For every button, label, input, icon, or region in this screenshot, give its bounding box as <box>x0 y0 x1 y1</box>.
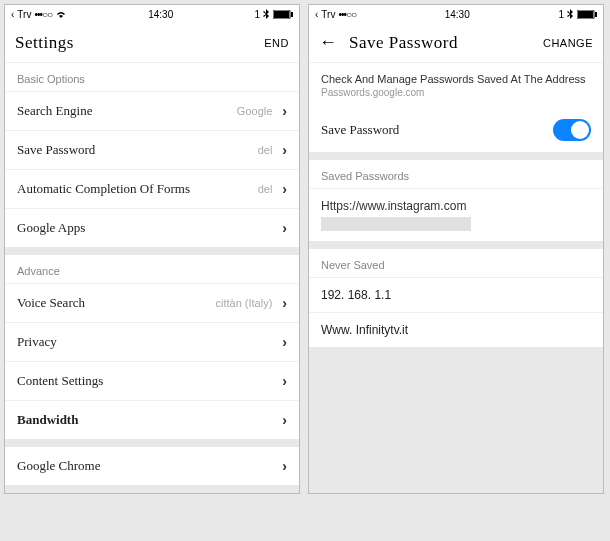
row-label: Content Settings <box>17 373 103 389</box>
save-password-header: ← Save Password CHANGE <box>309 23 603 63</box>
row-label: Bandwidth <box>17 412 78 428</box>
bt-percent: 1 <box>558 9 564 20</box>
end-button[interactable]: END <box>264 37 289 49</box>
back-chevron-icon: ‹ <box>11 9 14 20</box>
bt-percent: 1 <box>254 9 260 20</box>
row-label: Automatic Completion Of Forms <box>17 181 190 197</box>
save-password-toggle-row: Save Password <box>309 108 603 152</box>
svg-rect-2 <box>274 11 289 18</box>
row-value: del <box>258 144 273 156</box>
battery-icon <box>273 10 293 19</box>
row-label: Save Password <box>17 142 95 158</box>
passwords-link[interactable]: Passwords.google.com <box>321 87 591 98</box>
password-mask <box>321 217 471 231</box>
wifi-icon <box>55 10 67 19</box>
status-time: 14:30 <box>148 9 173 20</box>
chevron-right-icon: › <box>282 220 287 236</box>
row-label: Save Password <box>321 122 399 138</box>
google-chrome-row[interactable]: Google Chrome › <box>5 447 299 485</box>
carrier-label: Trv <box>321 9 335 20</box>
chevron-right-icon: › <box>282 412 287 428</box>
page-title: Save Password <box>349 33 458 53</box>
settings-screen: ‹ Trv 14:30 1 Settings END Basic Options… <box>4 4 300 494</box>
never-saved-item[interactable]: 192. 168. 1.1 <box>309 278 603 313</box>
back-arrow-icon[interactable]: ← <box>319 32 337 53</box>
chevron-right-icon: › <box>282 373 287 389</box>
status-bar: ‹ Trv 14:30 1 <box>309 5 603 23</box>
svg-rect-1 <box>291 12 293 17</box>
never-saved-header: Never Saved <box>309 249 603 278</box>
settings-header: Settings END <box>5 23 299 63</box>
status-time: 14:30 <box>445 9 470 20</box>
saved-password-item[interactable]: Https://www.instagram.com <box>309 189 603 241</box>
chevron-right-icon: › <box>282 334 287 350</box>
signal-dots-icon <box>338 9 356 20</box>
saved-passwords-header: Saved Passwords <box>309 160 603 189</box>
save-password-screen: ‹ Trv 14:30 1 ← Save Password CHANGE Che… <box>308 4 604 494</box>
save-password-row[interactable]: Save Password del› <box>5 131 299 170</box>
chevron-right-icon: › <box>282 103 287 119</box>
voice-search-row[interactable]: Voice Search cittàn (Italy)› <box>5 284 299 323</box>
carrier-label: Trv <box>17 9 31 20</box>
content-settings-row[interactable]: Content Settings › <box>5 362 299 401</box>
row-label: Google Apps <box>17 220 85 236</box>
page-title: Settings <box>15 33 74 53</box>
row-value: Google <box>237 105 272 117</box>
row-label: Google Chrome <box>17 458 100 474</box>
basic-options-header: Basic Options <box>5 63 299 92</box>
description-text: Check And Manage Passwords Saved At The … <box>309 63 603 108</box>
signal-dots-icon <box>34 9 52 20</box>
save-password-toggle[interactable] <box>553 119 591 141</box>
saved-url: Https://www.instagram.com <box>321 199 591 213</box>
row-value: cittàn (Italy) <box>215 297 272 309</box>
status-bar: ‹ Trv 14:30 1 <box>5 5 299 23</box>
chevron-right-icon: › <box>282 142 287 158</box>
never-saved-item[interactable]: Www. Infinitytv.it <box>309 313 603 347</box>
privacy-row[interactable]: Privacy › <box>5 323 299 362</box>
battery-icon <box>577 10 597 19</box>
back-chevron-icon: ‹ <box>315 9 318 20</box>
bluetooth-icon <box>567 9 574 20</box>
bandwidth-row[interactable]: Bandwidth › <box>5 401 299 439</box>
advanced-header: Advance <box>5 255 299 284</box>
chevron-right-icon: › <box>282 295 287 311</box>
autofill-row[interactable]: Automatic Completion Of Forms del› <box>5 170 299 209</box>
row-value: del <box>258 183 273 195</box>
change-button[interactable]: CHANGE <box>543 37 593 49</box>
google-apps-row[interactable]: Google Apps › <box>5 209 299 247</box>
chevron-right-icon: › <box>282 181 287 197</box>
row-label: Search Engine <box>17 103 92 119</box>
bluetooth-icon <box>263 9 270 20</box>
chevron-right-icon: › <box>282 458 287 474</box>
row-label: Privacy <box>17 334 57 350</box>
svg-rect-5 <box>578 11 593 18</box>
search-engine-row[interactable]: Search Engine Google› <box>5 92 299 131</box>
row-label: Voice Search <box>17 295 85 311</box>
svg-rect-4 <box>595 12 597 17</box>
